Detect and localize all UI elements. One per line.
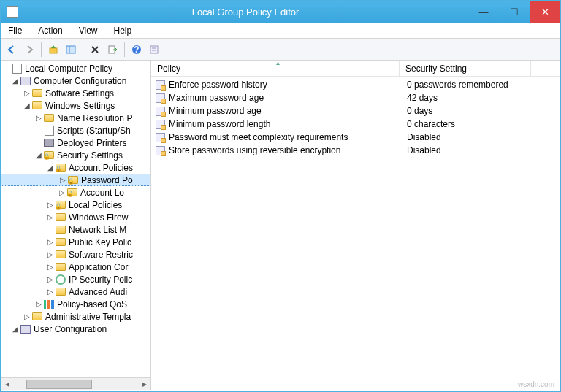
tree-public-key[interactable]: ▷ Public Key Polic (1, 236, 150, 248)
app-icon (7, 6, 18, 18)
folder-lock-icon (55, 199, 66, 211)
expand-icon[interactable]: ▷ (23, 89, 31, 97)
list-item[interactable]: Maximum password age 42 days (151, 91, 560, 104)
expand-icon[interactable]: ▷ (58, 176, 67, 184)
expand-icon[interactable]: ▷ (34, 114, 43, 122)
sort-ascending-icon: ▲ (275, 60, 281, 66)
tree-computer-config[interactable]: ◢ Computer Configuration (1, 74, 150, 87)
policy-name: Minimum password age (169, 106, 407, 116)
export-button[interactable] (104, 42, 121, 58)
column-policy[interactable]: Policy ▲ (151, 61, 400, 76)
column-label: Security Setting (405, 64, 467, 74)
expand-icon[interactable]: ▷ (34, 300, 43, 308)
show-hide-tree-button[interactable] (63, 42, 79, 58)
tree-user-config[interactable]: ◢ User Configuration (1, 323, 150, 335)
column-spacer[interactable] (531, 61, 560, 76)
tree-policy-qos[interactable]: ▷ Policy-based QoS (1, 298, 150, 310)
scroll-thumb[interactable] (26, 380, 92, 389)
tree-app-control[interactable]: ▷ Application Cor (1, 261, 150, 273)
printer-icon (43, 137, 55, 149)
tree-local-policies[interactable]: ▷ Local Policies (1, 199, 150, 211)
toolbar-separator (41, 42, 42, 57)
menu-action[interactable]: Action (35, 24, 65, 37)
properties-button[interactable] (146, 42, 162, 58)
expand-icon[interactable]: ▷ (46, 213, 55, 221)
tree-network-list[interactable]: Network List M (1, 223, 150, 236)
minimize-button[interactable]: — (468, 1, 499, 23)
expand-icon[interactable]: ▷ (46, 238, 55, 246)
tree-software-settings[interactable]: ▷ Software Settings (1, 87, 150, 99)
tree-scripts[interactable]: Scripts (Startup/Sh (1, 124, 150, 137)
list-item[interactable]: Password must meet complexity requiremen… (151, 131, 560, 144)
back-button[interactable] (4, 42, 20, 58)
help-button[interactable]: ? (129, 42, 145, 58)
tree-label: Advanced Audi (69, 287, 127, 297)
tree-security-settings[interactable]: ◢ Security Settings (1, 149, 150, 161)
delete-button[interactable] (87, 42, 103, 58)
scroll-left-icon[interactable]: ◂ (1, 379, 13, 389)
column-setting[interactable]: Security Setting (400, 61, 531, 76)
up-button[interactable] (45, 42, 61, 58)
tree-admin-templates[interactable]: ▷ Administrative Templa (1, 310, 150, 323)
scroll-right-icon[interactable]: ▸ (138, 379, 150, 389)
tree-software-restrict[interactable]: ▷ Software Restric (1, 248, 150, 261)
folder-icon (43, 112, 55, 124)
toolbar: ? (1, 39, 560, 61)
tree-label: Administrative Templa (45, 312, 131, 322)
folder-icon (31, 100, 43, 112)
policy-item-icon (154, 118, 166, 130)
menu-file[interactable]: File (5, 24, 25, 37)
forward-button[interactable] (21, 42, 37, 58)
collapse-icon[interactable]: ◢ (23, 101, 31, 109)
collapse-icon[interactable]: ◢ (34, 151, 43, 159)
tree-label: Password Po (81, 175, 133, 185)
list-item[interactable]: Minimum password age 0 days (151, 104, 560, 118)
tree-deployed-printers[interactable]: Deployed Printers (1, 137, 150, 149)
policy-tree[interactable]: Local Computer Policy ◢ Computer Configu… (1, 61, 150, 377)
tree-windows-firewall[interactable]: ▷ Windows Firew (1, 211, 150, 223)
user-icon (20, 323, 31, 335)
tree-label: Application Cor (69, 262, 128, 272)
close-button[interactable]: ✕ (530, 1, 560, 23)
expand-icon[interactable]: ▷ (46, 263, 55, 271)
tree-label: Public Key Polic (69, 237, 131, 247)
list-item[interactable]: Enforce password history 0 passwords rem… (151, 78, 560, 91)
menu-bar: File Action View Help (1, 23, 560, 39)
tree-root[interactable]: Local Computer Policy (1, 62, 150, 74)
collapse-icon[interactable]: ◢ (11, 77, 20, 85)
tree-advanced-audit[interactable]: ▷ Advanced Audi (1, 285, 150, 298)
tree-account-lockout[interactable]: ▷ Account Lo (1, 186, 150, 199)
policy-value: 0 passwords remembered (407, 80, 557, 90)
tree-label: Name Resolution P (57, 113, 132, 123)
maximize-button[interactable]: ☐ (499, 1, 530, 23)
menu-view[interactable]: View (76, 24, 101, 37)
horizontal-scrollbar[interactable]: ◂ ▸ (1, 377, 150, 390)
expand-icon[interactable]: ▷ (46, 288, 55, 296)
tree-label: IP Security Polic (69, 274, 132, 285)
toolbar-separator (124, 42, 125, 57)
expand-icon[interactable]: ▷ (46, 275, 55, 283)
collapse-icon[interactable]: ◢ (46, 164, 55, 172)
svg-rect-1 (66, 46, 75, 53)
collapse-icon[interactable]: ◢ (11, 325, 20, 333)
tree-account-policies[interactable]: ◢ Account Policies (1, 161, 150, 174)
expand-icon[interactable]: ▷ (46, 201, 55, 209)
menu-help[interactable]: Help (111, 24, 135, 37)
policy-name: Store passwords using reversible encrypt… (169, 145, 407, 155)
list-item[interactable]: Store passwords using reversible encrypt… (151, 144, 560, 157)
policy-name: Maximum password age (169, 93, 407, 103)
folder-lock-icon (67, 174, 79, 186)
expand-icon[interactable]: ▷ (58, 188, 66, 196)
tree-name-resolution[interactable]: ▷ Name Resolution P (1, 112, 150, 124)
tree-label: Account Policies (69, 163, 133, 173)
policy-value: 42 days (407, 93, 557, 103)
tree-label: User Configuration (34, 324, 107, 334)
tree-label: Software Restric (69, 250, 133, 260)
tree-password-policy[interactable]: ▷ Password Po (1, 174, 150, 186)
expand-icon[interactable]: ▷ (23, 312, 31, 320)
tree-ip-security[interactable]: ▷ IP Security Polic (1, 273, 150, 285)
expand-icon[interactable]: ▷ (46, 250, 55, 258)
tree-label: Account Lo (80, 188, 124, 198)
list-item[interactable]: Minimum password length 0 characters (151, 118, 560, 131)
tree-windows-settings[interactable]: ◢ Windows Settings (1, 99, 150, 112)
